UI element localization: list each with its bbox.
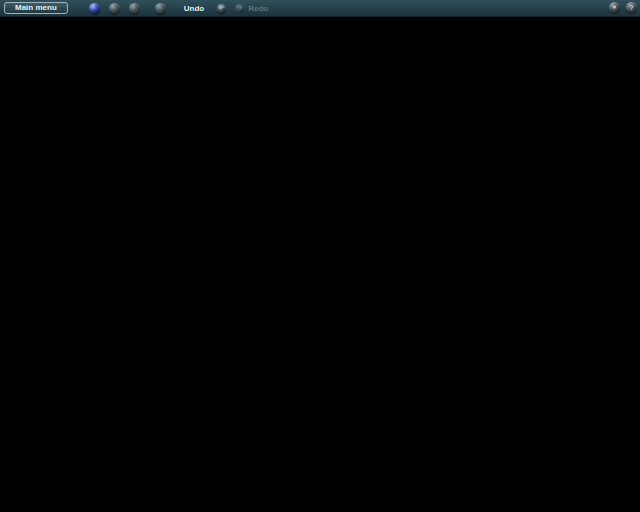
toolbar-round-button-1[interactable] — [89, 3, 100, 14]
toolbar-round-button-2[interactable] — [109, 3, 120, 14]
toolbar-orb-group — [80, 3, 166, 14]
route-editor-window: Main menu Undo ↶ ↷ Redo ▼ ? — [0, 0, 640, 512]
redo-arrow-icon: ↷ — [235, 4, 244, 13]
toolbar-round-button-3[interactable] — [129, 3, 140, 14]
undo-button[interactable]: Undo — [184, 4, 204, 13]
viewport-3d[interactable] — [0, 0, 640, 512]
toolbar-round-button-4[interactable] — [155, 3, 166, 14]
help-button[interactable]: ? — [626, 2, 637, 13]
redo-button: Redo — [248, 4, 268, 13]
main-menu-button[interactable]: Main menu — [4, 2, 68, 14]
top-toolbar: Main menu Undo ↶ ↷ Redo ▼ ? — [0, 0, 640, 17]
toolbar-right-group: ▼ ? — [603, 2, 637, 13]
undo-arrow-icon[interactable]: ↶ — [217, 4, 226, 13]
minimize-toolbar-button[interactable]: ▼ — [609, 2, 620, 13]
undo-redo-group: Undo ↶ ↷ Redo — [180, 4, 272, 13]
